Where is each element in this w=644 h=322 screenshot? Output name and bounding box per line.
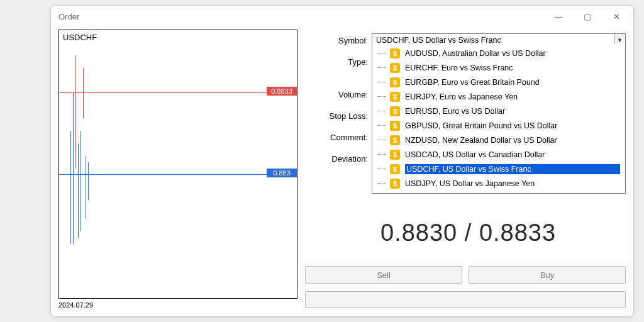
order-window: Order — ▢ ✕ USDCHF 0.8833 0.883: [50, 5, 634, 317]
currency-icon: $: [390, 77, 400, 87]
symbol-option[interactable]: $EURJPY, Euro vs Japanese Yen: [372, 89, 625, 104]
currency-icon: $: [390, 179, 400, 189]
currency-icon: $: [390, 48, 400, 58]
symbol-option-label: GBPUSD, Great Britain Pound vs US Dollar: [405, 121, 620, 130]
label-comment: Comment:: [305, 133, 368, 142]
symbol-option[interactable]: $AUDUSD, Australian Dollar vs US Dollar: [372, 46, 625, 60]
minimize-button[interactable]: —: [544, 7, 573, 26]
label-volume: Volume:: [305, 90, 368, 99]
sell-button[interactable]: Sell: [305, 266, 462, 284]
bid-line: [59, 174, 267, 175]
currency-icon: $: [390, 121, 400, 131]
currency-icon: $: [390, 150, 400, 160]
close-button[interactable]: ✕: [602, 7, 631, 26]
symbol-option[interactable]: $EURGBP, Euro vs Great Britain Pound: [372, 75, 625, 89]
symbol-option[interactable]: $USDCHF, US Dollar vs Swiss Franc: [372, 162, 625, 176]
order-form: Symbol: USDCHF, US Dollar vs Swiss Franc…: [305, 30, 626, 309]
ask-price-tag: 0.8833: [267, 87, 297, 96]
currency-icon: $: [390, 135, 400, 145]
titlebar: Order — ▢ ✕: [51, 6, 633, 27]
label-type: Type:: [305, 57, 368, 67]
maximize-button[interactable]: ▢: [573, 7, 602, 26]
label-symbol: Symbol:: [305, 36, 368, 45]
symbol-option[interactable]: $EURUSD, Euro vs US Dollar: [372, 104, 625, 118]
currency-icon: $: [390, 106, 400, 116]
chart-panel: USDCHF 0.8833 0.883 2024.07.29: [58, 30, 297, 309]
ask-line: [59, 92, 267, 93]
symbol-option-label: USDCHF, US Dollar vs Swiss Franc: [405, 164, 620, 174]
symbol-option-label: EURCHF, Euro vs Swiss Franc: [405, 64, 620, 72]
symbol-option[interactable]: $USDCAD, US Dollar vs Canadian Dollar: [372, 147, 625, 162]
label-stop-loss: Stop Loss:: [305, 111, 368, 121]
symbol-option-label: EURUSD, Euro vs US Dollar: [405, 107, 620, 116]
symbol-option-label: AUDUSD, Australian Dollar vs US Dollar: [405, 49, 620, 58]
price-chart: USDCHF 0.8833 0.883: [58, 30, 297, 299]
symbol-dropdown: $AUDUSD, Australian Dollar vs US Dollar$…: [372, 43, 626, 194]
symbol-option[interactable]: $EURCHF, Euro vs Swiss Franc: [372, 60, 625, 75]
symbol-option-label: EURJPY, Euro vs Japanese Yen: [405, 92, 620, 101]
currency-icon: $: [390, 63, 400, 73]
symbol-option[interactable]: $USDJPY, US Dollar vs Japanese Yen: [372, 176, 625, 191]
symbol-option-label: EURGBP, Euro vs Great Britain Pound: [405, 78, 620, 87]
label-deviation: Deviation:: [305, 154, 368, 164]
status-bar: [305, 291, 626, 308]
currency-icon: $: [390, 164, 400, 174]
symbol-option-label: NZDUSD, New Zealand Dollar vs US Dollar: [405, 136, 620, 145]
buy-button[interactable]: Buy: [469, 266, 626, 284]
symbol-option[interactable]: $NZDUSD, New Zealand Dollar vs US Dollar: [372, 133, 625, 147]
bid-price-tag: 0.883: [267, 169, 297, 177]
bid-ask-quote: 0.8830 / 0.8833: [380, 219, 556, 247]
currency-icon: $: [390, 92, 400, 102]
symbol-option-label: USDCAD, US Dollar vs Canadian Dollar: [405, 150, 620, 159]
chart-x-tick: 2024.07.29: [58, 299, 297, 309]
symbol-option[interactable]: $GBPUSD, Great Britain Pound vs US Dolla…: [372, 118, 625, 133]
window-title: Order: [58, 12, 79, 21]
symbol-option-label: USDJPY, US Dollar vs Japanese Yen: [405, 179, 620, 188]
chart-symbol-label: USDCHF: [63, 33, 97, 42]
